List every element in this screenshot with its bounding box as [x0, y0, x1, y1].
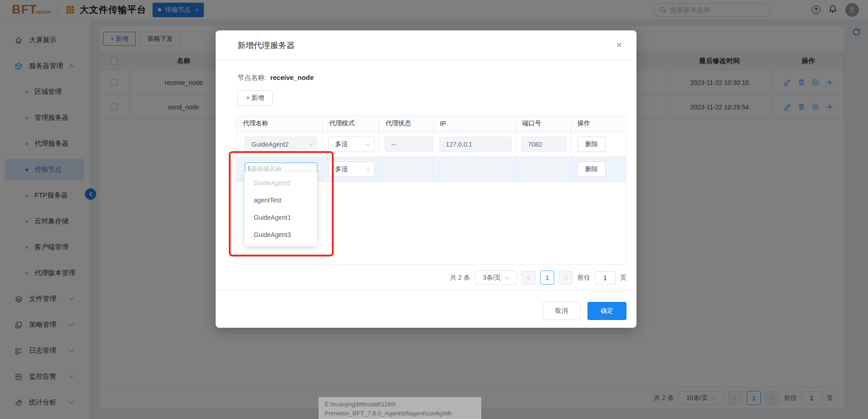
current-page[interactable]: 1: [540, 271, 554, 285]
chevron-down-icon: [366, 167, 370, 171]
chevron-down-icon: [309, 142, 313, 146]
next-page-button[interactable]: [559, 271, 573, 285]
path-tooltip: E:\huanjing\bftinstall\1185\ Primeton_BF…: [319, 397, 481, 419]
row-delete-button[interactable]: 删除: [577, 137, 606, 152]
ip-field: 127.0.0.1: [439, 137, 512, 152]
chevron-down-icon: [366, 142, 370, 146]
dropdown-option[interactable]: GuideAgent2: [245, 174, 317, 192]
add-proxy-dialog: 新增代理服务器 × 节点名称:receive_node + 新增 代理名称 代理…: [216, 30, 636, 328]
pagination-dialog: 共 2 条 3条/页 1 前往 1 页: [236, 265, 626, 291]
dropdown-option[interactable]: GuideAgent1: [245, 209, 317, 226]
proxy-status-field: [385, 162, 433, 177]
dialog-add-button[interactable]: + 新增: [237, 90, 273, 106]
page-size-select[interactable]: 3条/页: [474, 271, 517, 285]
goto-page-input[interactable]: 1: [595, 271, 616, 285]
chevron-left-icon: [527, 276, 532, 280]
cancel-button[interactable]: 取消: [542, 302, 581, 320]
chevron-down-icon: [505, 275, 509, 279]
agent-name-select[interactable]: GuideAgent2: [245, 137, 317, 152]
dropdown-option[interactable]: agentTest: [245, 192, 317, 209]
proxy-mode-select[interactable]: 多活: [328, 162, 375, 177]
proxy-mode-select[interactable]: 多活: [328, 137, 375, 152]
page-unit: 页: [620, 274, 626, 282]
dropdown-option[interactable]: GuideAgent3: [245, 226, 317, 243]
port-field: [521, 162, 567, 177]
dialog-title: 新增代理服务器: [237, 40, 295, 51]
row-delete-button[interactable]: 删除: [577, 162, 606, 177]
footer-divider: [216, 291, 636, 291]
dialog-header: 新增代理服务器: [216, 30, 636, 60]
proxy-row-1: GuideAgent2 多活 -- 127.0.0.1 7082 删除: [237, 132, 626, 157]
app-root: BFT ransfer 大文件传输平台 传输节点 × ? 文 大屏展示: [0, 0, 868, 419]
goto-label: 前往: [577, 274, 590, 282]
close-icon[interactable]: ×: [613, 39, 626, 51]
node-name-value: receive_node: [270, 74, 314, 81]
confirm-button[interactable]: 确定: [587, 302, 626, 320]
proxy-table-header: 代理名称 代理模式 代理状态 IP 端口号 操作: [237, 115, 626, 132]
ip-field: [439, 162, 512, 177]
chevron-right-icon: [563, 276, 568, 280]
proxy-status-field: --: [385, 137, 433, 152]
node-name-row: 节点名称:receive_node: [237, 74, 314, 82]
agent-name-dropdown: GuideAgent2 agentTest GuideAgent1 GuideA…: [244, 171, 317, 246]
port-field: 7082: [521, 137, 567, 152]
prev-page-button[interactable]: [522, 271, 536, 285]
total-count: 共 2 条: [450, 274, 470, 282]
